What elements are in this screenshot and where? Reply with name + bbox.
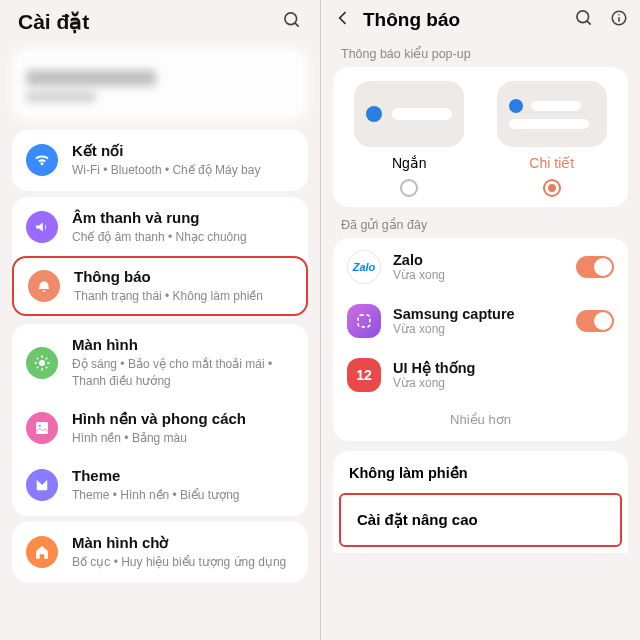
notif-icon [28,270,60,302]
row-title: Thông báo [74,268,292,286]
row-subtitle: Wi-Fi • Bluetooth • Chế độ Máy bay [72,162,294,179]
settings-row-home[interactable]: Màn hình chờBố cục • Huy hiệu biểu tượng… [12,524,308,581]
ui-system-icon: 12 [347,358,381,392]
settings-row-theme[interactable]: ThemeTheme • Hình nền • Biểu tượng [12,457,308,514]
notification-toggle[interactable] [576,310,614,332]
search-icon[interactable] [574,8,594,32]
advanced-settings-row[interactable]: Cài đặt nâng cao [339,493,622,547]
settings-row-sound[interactable]: Âm thanh và rungChế độ âm thanh • Nhạc c… [12,199,308,256]
popup-label-detail: Chi tiết [529,155,574,171]
info-icon[interactable] [610,9,628,31]
settings-group: Kết nốiWi-Fi • Bluetooth • Chế độ Máy ba… [12,130,308,191]
recent-app-row[interactable]: Samsung captureVừa xong [333,294,628,348]
sound-icon [26,211,58,243]
recent-app-row[interactable]: 12UI Hệ thốngVừa xong [333,348,628,402]
app-sub: Vừa xong [393,322,564,336]
popup-style-card: Ngắn Chi tiết [333,67,628,207]
search-icon[interactable] [282,10,302,34]
profile-card[interactable] [12,48,308,120]
app-sub: Vừa xong [393,268,564,282]
recent-app-row[interactable]: ZaloZaloVừa xong [333,240,628,294]
row-title: Màn hình chờ [72,534,294,552]
settings-group: Màn hình chờBố cục • Huy hiệu biểu tượng… [12,522,308,583]
app-sub: Vừa xong [393,376,614,390]
more-button[interactable]: Nhiều hơn [333,402,628,439]
notifications-screen: Thông báo Thông báo kiểu pop-up Ngắn [320,0,640,640]
row-title: Theme [72,467,294,485]
settings-row-notif[interactable]: Thông báoThanh trạng thái • Không làm ph… [12,256,308,317]
popup-label-brief: Ngắn [392,155,427,171]
recent-card: ZaloZaloVừa xongSamsung captureVừa xong1… [333,238,628,441]
back-icon[interactable] [333,8,353,32]
row-title: Kết nối [72,142,294,160]
settings-screen: Cài đặt Kết nốiWi-Fi • Bluetooth • Chế đ… [0,0,320,640]
radio-detail[interactable] [543,179,561,197]
app-name: Zalo [393,252,564,268]
svg-point-4 [39,425,41,427]
app-name: UI Hệ thống [393,360,614,376]
notifications-header: Thông báo [321,0,640,36]
svg-point-5 [577,11,589,23]
row-subtitle: Theme • Hình nền • Biểu tượng [72,487,294,504]
row-subtitle: Thanh trạng thái • Không làm phiền [74,288,292,305]
settings-row-display[interactable]: Màn hìnhĐộ sáng • Bảo vệ cho mắt thoải m… [12,326,308,400]
row-subtitle: Bố cục • Huy hiệu biểu tượng ứng dụng [72,554,294,571]
home-icon [26,536,58,568]
dnd-card: Không làm phiền Cài đặt nâng cao [333,451,628,553]
svg-line-1 [295,23,299,27]
popup-option-detail[interactable]: Chi tiết [486,81,619,197]
svg-point-0 [285,13,297,25]
svg-point-9 [618,14,620,16]
settings-row-wifi[interactable]: Kết nốiWi-Fi • Bluetooth • Chế độ Máy ba… [12,132,308,189]
row-title: Âm thanh và rung [72,209,294,227]
samsung-capture-icon [347,304,381,338]
app-name: Samsung capture [393,306,564,322]
settings-group: Âm thanh và rungChế độ âm thanh • Nhạc c… [12,197,308,319]
notification-toggle[interactable] [576,256,614,278]
settings-row-wallpaper[interactable]: Hình nền và phong cáchHình nền • Bảng mà… [12,400,308,457]
page-title: Thông báo [363,9,564,31]
display-icon [26,347,58,379]
row-subtitle: Độ sáng • Bảo vệ cho mắt thoải mái • Tha… [72,356,294,390]
popup-option-brief[interactable]: Ngắn [343,81,476,197]
wifi-icon [26,144,58,176]
wallpaper-icon [26,412,58,444]
svg-point-2 [39,360,45,366]
zalo-icon: Zalo [347,250,381,284]
svg-rect-3 [36,422,48,434]
row-title: Màn hình [72,336,294,354]
settings-group: Màn hìnhĐộ sáng • Bảo vệ cho mắt thoải m… [12,324,308,515]
page-title: Cài đặt [18,10,89,34]
row-title: Hình nền và phong cách [72,410,294,428]
recent-section-label: Đã gửi gần đây [321,207,640,238]
row-subtitle: Hình nền • Bảng màu [72,430,294,447]
popup-section-label: Thông báo kiểu pop-up [321,36,640,67]
theme-icon [26,469,58,501]
svg-line-6 [587,21,591,25]
popup-preview-brief [354,81,464,147]
svg-rect-10 [358,315,370,327]
settings-header: Cài đặt [0,0,320,40]
row-subtitle: Chế độ âm thanh • Nhạc chuông [72,229,294,246]
popup-preview-detail [497,81,607,147]
radio-brief[interactable] [400,179,418,197]
dnd-row[interactable]: Không làm phiền [333,453,628,493]
